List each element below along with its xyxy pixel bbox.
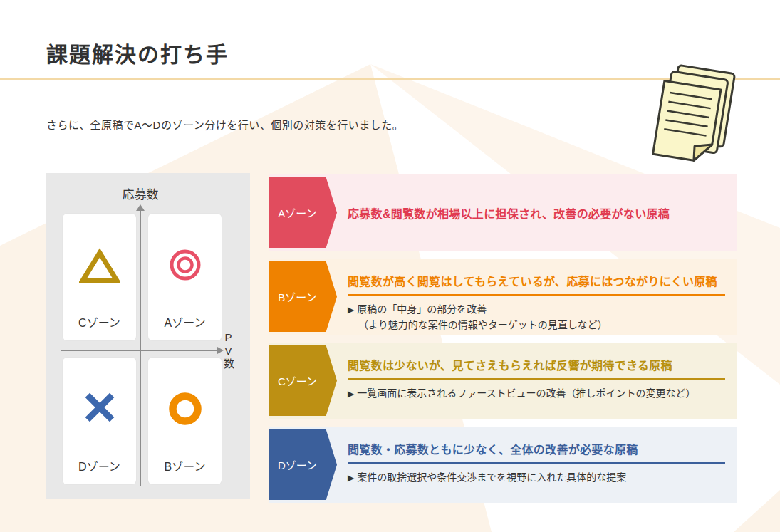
zone-chevron: Dゾーン (269, 429, 337, 500)
zone-title: 閲覧数は少ないが、見てさえもらえれば反響が期待できる原稿 (348, 356, 725, 373)
zone-title: 応募数&閲覧数が相場以上に担保され、改善の必要がない原稿 (348, 204, 670, 221)
quadrant-cell-d: Dゾーン (63, 358, 136, 484)
quadrant-cell-label: Dゾーン (63, 457, 136, 474)
quadrant-cell-c: Cゾーン (63, 214, 136, 340)
bullet-arrow-icon: ▶ (348, 471, 354, 486)
bullet-arrow-icon: ▶ (348, 303, 354, 318)
zone-measure: 原稿の「中身」の部分を改善 (357, 303, 487, 315)
zone-tag: Dゾーン (269, 429, 326, 500)
y-axis-label: 応募数 (46, 184, 234, 202)
quadrant-cell-label: Aゾーン (148, 313, 222, 330)
zone-title-underline (348, 462, 725, 464)
zone-banner-b: Bゾーン 閲覧数が高く閲覧はしてもらえているが、応募にはつながりにくい原稿 ▶原… (269, 259, 737, 335)
cross-icon (63, 392, 136, 426)
zone-title: 閲覧数・応募数ともに少なく、全体の改善が必要な原稿 (348, 440, 725, 457)
zone-banner-a: Aゾーン 応募数&閲覧数が相場以上に担保され、改善の必要がない原稿 (269, 174, 737, 251)
zone-tag: Aゾーン (269, 177, 326, 248)
x-axis-label: PV数 (223, 331, 234, 370)
zone-measures: ▶原稿の「中身」の部分を改善 （より魅力的な案件の情報やターゲットの見直しなど） (348, 302, 725, 333)
zone-measures: ▶一覧画面に表示されるファーストビューの改善（推しポイントの変更など） (348, 386, 725, 402)
quadrant-cell-a: Aゾーン (148, 214, 222, 340)
quadrant-cell-b: Bゾーン (148, 358, 222, 484)
zone-measure-sub: （より魅力的な案件の情報やターゲットの見直しなど） (348, 318, 725, 333)
bullet-arrow-icon: ▶ (348, 387, 354, 402)
x-axis-line (61, 350, 219, 351)
quadrant-cell-label: Bゾーン (148, 457, 222, 474)
zone-title-underline (348, 294, 725, 296)
zone-tag: Bゾーン (269, 261, 326, 332)
zone-measure: 一覧画面に表示されるファーストビューの改善（推しポイントの変更など） (357, 387, 695, 399)
zone-chevron: Cゾーン (269, 345, 337, 416)
zone-measure: 案件の取捨選択や条件交渉までを視野に入れた具体的な提案 (357, 471, 626, 483)
zone-tag: Cゾーン (269, 345, 326, 416)
zone-title: 閲覧数が高く閲覧はしてもらえているが、応募にはつながりにくい原稿 (348, 272, 725, 289)
zone-banner-d: Dゾーン 閲覧数・応募数ともに少なく、全体の改善が必要な原稿 ▶案件の取捨選択や… (269, 427, 737, 503)
slide: 課題解決の打ち手 さらに、全原稿でA〜Dのゾーン分けを行い、個別の対策を行いまし… (0, 0, 780, 532)
zone-title-underline (348, 378, 725, 380)
quadrant-cell-label: Cゾーン (63, 313, 136, 330)
y-axis-arrow-icon (136, 204, 145, 211)
paper-stack-icon (650, 61, 742, 168)
circle-icon (148, 392, 222, 429)
quadrant-panel: 応募数 PV数 Cゾーン Aゾーン (46, 173, 250, 499)
zone-banner-c: Cゾーン 閲覧数は少ないが、見てさえもらえれば反響が期待できる原稿 ▶一覧画面に… (269, 343, 737, 419)
y-axis-line (140, 210, 141, 486)
zone-chevron: Aゾーン (269, 177, 337, 248)
page-title: 課題解決の打ち手 (46, 37, 229, 68)
triangle-icon (63, 248, 136, 288)
zone-measures: ▶案件の取捨選択や条件交渉までを視野に入れた具体的な提案 (348, 470, 725, 486)
slide-description: さらに、全原稿でA〜Dのゾーン分けを行い、個別の対策を行いました。 (46, 117, 403, 132)
double-circle-icon (148, 248, 222, 285)
zone-chevron: Bゾーン (269, 261, 337, 332)
